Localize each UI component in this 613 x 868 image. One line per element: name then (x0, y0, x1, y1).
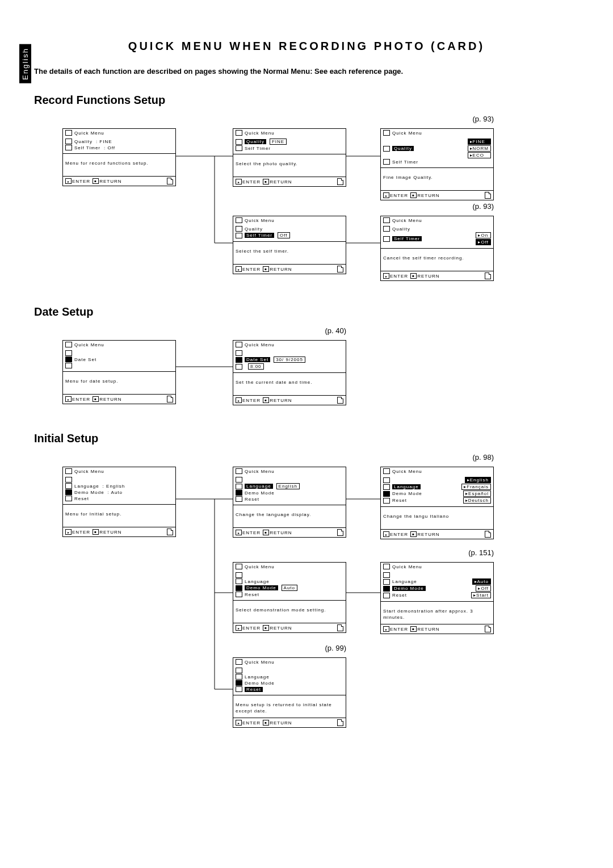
line-icon (236, 357, 242, 363)
panel-footer: ▸ENTER■RETURN (63, 177, 175, 186)
panel-header: Quick Menu (233, 129, 346, 137)
menu-panel: Quick MenuLanguageDemo ModeResetMenu set… (233, 657, 346, 728)
menu-value: Off (278, 232, 290, 238)
menu-line (236, 668, 343, 673)
panel-header: Quick Menu (233, 658, 346, 666)
line-icon (236, 680, 242, 686)
option: ▸Auto (472, 578, 491, 585)
line-icon (236, 350, 242, 356)
menu-line: Demo Mode (236, 490, 343, 496)
panel-footer: ▸ENTER■RETURN (233, 528, 346, 537)
stop-icon: ■ (263, 179, 269, 184)
option: ▸FINE (468, 139, 491, 145)
enter-button[interactable]: ▸ENTER (65, 178, 90, 184)
enter-label: ENTER (390, 193, 408, 198)
section-date-title: Date Setup (34, 305, 579, 318)
play-icon: ▸ (65, 396, 72, 402)
line-icon (236, 233, 242, 238)
panel-footer: ▸ENTER■RETURN (63, 395, 175, 404)
folder-icon (383, 130, 390, 136)
panel-desc: Menu for Initial setup. (63, 505, 175, 527)
menu-panel: Quick MenuQualityFINESelf TimerSelect th… (233, 128, 346, 187)
enter-button[interactable]: ▸ENTER (236, 179, 261, 184)
menu-label: Demo Mode (245, 585, 278, 590)
menu-line: Quality (236, 226, 343, 232)
enter-button[interactable]: ▸ENTER (236, 625, 261, 631)
menu-label: Self Timer (74, 145, 100, 150)
folder-icon (236, 342, 242, 347)
return-button[interactable]: ■RETURN (263, 397, 292, 403)
menu-line: Reset (236, 496, 343, 502)
return-button[interactable]: ■RETURN (263, 720, 292, 726)
option: ▸Français (461, 484, 491, 490)
menu-label: Language (392, 484, 421, 489)
enter-button[interactable]: ▸ENTER (236, 266, 261, 272)
panel-header: Quick Menu (381, 216, 493, 224)
enter-button[interactable]: ▸ENTER (236, 720, 261, 726)
menu-label: Demo Mode (245, 681, 275, 686)
return-button[interactable]: ■RETURN (410, 273, 439, 279)
return-button[interactable]: ■RETURN (263, 179, 292, 184)
option: ▸Off (476, 585, 491, 592)
panel-body: QualityFINESelf Timer (233, 137, 346, 154)
menu-line (65, 477, 173, 483)
enter-button[interactable]: ▸ENTER (383, 192, 408, 198)
menu-line: Reset▸Start (383, 592, 491, 598)
line-icon (236, 578, 242, 584)
enter-label: ENTER (242, 720, 261, 726)
menu-line (236, 572, 343, 578)
return-button[interactable]: ■RETURN (93, 396, 121, 402)
line-icon (65, 496, 72, 501)
menu-line: Reset (236, 686, 343, 692)
panel-header: Quick Menu (233, 467, 346, 475)
menu-line: Self Timer (236, 145, 343, 151)
panel-desc: Set the current date and time. (233, 373, 346, 396)
enter-button[interactable]: ▸ENTER (236, 530, 261, 535)
line-icon (65, 145, 72, 150)
stop-icon: ■ (410, 273, 417, 279)
menu-value: : English (103, 484, 125, 489)
document-icon (337, 529, 343, 536)
panel-footer: ▸ENTER■RETURN (381, 530, 493, 539)
folder-icon (65, 468, 72, 474)
line-icon (65, 350, 72, 356)
menu-line: Quality: FINE (65, 139, 173, 144)
return-label: RETURN (270, 398, 292, 403)
return-button[interactable]: ■RETURN (263, 625, 292, 631)
return-button[interactable]: ■RETURN (93, 178, 121, 184)
menu-label: Reset (245, 497, 259, 502)
panel-footer: ▸ENTER■RETURN (233, 396, 346, 405)
panel-body: LanguageDemo ModeAutoReset (233, 571, 346, 601)
return-button[interactable]: ■RETURN (263, 266, 292, 272)
enter-button[interactable]: ▸ENTER (383, 626, 408, 632)
return-button[interactable]: ■RETURN (93, 529, 121, 535)
enter-button[interactable]: ▸ENTER (65, 529, 90, 535)
enter-button[interactable]: ▸ENTER (65, 396, 90, 402)
play-icon: ▸ (236, 625, 242, 631)
enter-button[interactable]: ▸ENTER (236, 397, 261, 403)
menu-line: Language: English (65, 483, 173, 489)
menu-line: Demo Mode▸Español (383, 490, 491, 497)
folder-icon (383, 217, 390, 223)
menu-panel: Quick MenuLanguageEnglishDemo ModeResetC… (233, 467, 346, 538)
line-icon (383, 236, 390, 242)
menu-panel: Quick MenuLanguageDemo ModeAutoResetSele… (233, 562, 346, 633)
return-button[interactable]: ■RETURN (263, 530, 292, 535)
line-icon (65, 477, 72, 483)
line-icon (236, 490, 242, 496)
return-button[interactable]: ■RETURN (410, 626, 439, 632)
enter-label: ENTER (242, 398, 261, 403)
line-icon (236, 145, 242, 151)
document-icon (337, 397, 343, 404)
panel-header: Quick Menu (63, 341, 175, 349)
enter-button[interactable]: ▸ENTER (383, 531, 408, 537)
line-icon (383, 226, 390, 232)
menu-line: Date Set (65, 357, 173, 362)
menu-panel: Quick MenuDate SetMenu for date setup.▸E… (62, 340, 176, 404)
folder-icon (65, 342, 72, 347)
option: ▸Español (463, 490, 491, 497)
return-button[interactable]: ■RETURN (410, 531, 439, 537)
play-icon: ▸ (236, 530, 242, 535)
return-button[interactable]: ■RETURN (410, 192, 439, 198)
enter-button[interactable]: ▸ENTER (383, 273, 408, 279)
